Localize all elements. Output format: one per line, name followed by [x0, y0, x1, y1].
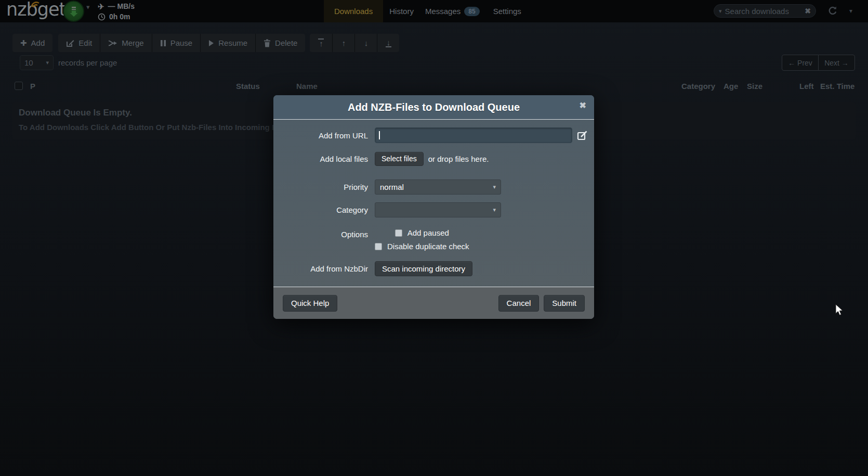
submit-button[interactable]: Submit [544, 295, 585, 312]
add-paused-label: Add paused [407, 228, 449, 237]
logo-wifi-arcs-icon [30, 1, 41, 8]
pause-button[interactable]: Pause [152, 34, 201, 52]
local-files-row: Add local files Select files or drop fil… [273, 150, 594, 167]
logo-download-button[interactable] [63, 1, 84, 22]
nav-item-messages[interactable]: Messages 85 [425, 0, 480, 22]
pause-icon [160, 40, 166, 47]
plus-icon: ✚ [20, 39, 27, 47]
refresh-button[interactable] [827, 6, 838, 16]
resume-button[interactable]: Resume [200, 34, 255, 52]
nav-item-history[interactable]: History [389, 0, 414, 22]
speed-value: — MB/s [108, 2, 135, 10]
add-nzb-dialog: Add NZB-Files to Download Queue ✖ Add fr… [273, 95, 594, 319]
col-est-time: Est. Time [820, 82, 854, 91]
navbar-dropdown-caret-icon[interactable]: ▾ [849, 7, 852, 15]
drop-files-hint: or drop files here. [428, 155, 489, 163]
quick-help-button[interactable]: Quick Help [283, 295, 337, 312]
col-age: Age [724, 82, 738, 91]
empty-queue-subtitle: To Add Downloads Click Add Button Or Put… [19, 123, 286, 132]
move-top-button[interactable]: ↑ [310, 34, 332, 52]
move-bottom-button[interactable]: ↓ [377, 34, 399, 52]
modal-header: Add NZB-Files to Download Queue ✖ [273, 95, 594, 120]
disable-dupe-option: Disable duplicate check [375, 242, 469, 251]
move-down-button[interactable]: ↓ [354, 34, 377, 52]
modal-title: Add NZB-Files to Download Queue [348, 101, 520, 113]
status-indicators: ✈ — MB/s 0h 0m [98, 1, 135, 22]
move-down-icon: ↓ [364, 39, 369, 47]
trash-icon [264, 39, 271, 47]
navbar: nzbget ▾ ✈ — MB/s 0h 0m Downloads His [0, 0, 868, 22]
select-files-button[interactable]: Select files [375, 152, 424, 166]
move-bottom-icon: ↓ [386, 38, 391, 47]
refresh-icon [827, 6, 838, 16]
delete-button[interactable]: Delete [255, 34, 305, 52]
search-box: ▾ ✖ [714, 4, 816, 18]
url-input[interactable] [375, 127, 572, 143]
records-per-page-label: records per page [58, 58, 117, 67]
options-row: Options Add paused Disable duplicate che… [273, 228, 594, 258]
nav-menu: Downloads History Messages 85 Settings [324, 0, 521, 22]
search-caret-icon[interactable]: ▾ [719, 8, 722, 15]
download-circle-icon [69, 6, 78, 17]
category-row: Category ▾ [273, 201, 594, 218]
move-up-icon: ↑ [342, 39, 346, 47]
logo-caret-icon[interactable]: ▾ [86, 3, 90, 11]
scan-directory-button[interactable]: Scan incoming directory [375, 261, 472, 276]
plane-icon: ✈ [98, 3, 104, 10]
nav-item-settings[interactable]: Settings [493, 0, 521, 22]
col-name: Name [296, 82, 318, 91]
col-category: Category [681, 82, 715, 91]
cancel-button[interactable]: Cancel [498, 295, 540, 312]
speed-indicator: ✈ — MB/s [98, 1, 135, 11]
merge-button[interactable]: Merge [100, 34, 152, 52]
move-up-button[interactable]: ↑ [332, 34, 354, 52]
priority-label: Priority [273, 183, 368, 191]
next-button[interactable]: Next → [818, 55, 855, 71]
modal-footer: Quick Help Cancel Submit [273, 287, 594, 319]
col-size: Size [747, 82, 762, 91]
edit-button[interactable]: Edit [58, 34, 100, 52]
pencil-square-icon [577, 130, 588, 141]
add-paused-option: Add paused [395, 228, 449, 237]
disable-dupe-label: Disable duplicate check [387, 242, 469, 251]
url-row: Add from URL [273, 126, 594, 144]
add-button[interactable]: ✚ Add [12, 34, 52, 52]
nzbdir-label: Add from NzbDir [273, 264, 368, 273]
disable-dupe-checkbox[interactable] [375, 243, 382, 250]
add-from-url-label: Add from URL [273, 131, 368, 140]
nzbdir-row: Add from NzbDir Scan incoming directory [273, 260, 594, 277]
table-header-row: P Status Name Category Age Size Left Est… [0, 82, 868, 93]
time-indicator: 0h 0m [98, 11, 135, 22]
time-value: 0h 0m [109, 12, 130, 21]
options-label: Options [273, 228, 368, 239]
edit-icon [66, 39, 74, 47]
move-top-icon: ↑ [318, 38, 324, 47]
search-clear-icon[interactable]: ✖ [805, 7, 811, 15]
text-cursor [379, 131, 380, 139]
category-label: Category [273, 205, 368, 214]
clock-icon [98, 13, 106, 21]
search-input[interactable] [725, 7, 802, 16]
prev-button[interactable]: ← Prev [782, 55, 819, 71]
empty-queue-title: Download Queue Is Empty. [19, 108, 132, 118]
add-paused-checkbox[interactable] [395, 229, 402, 237]
play-icon [208, 40, 214, 47]
col-status: Status [236, 82, 260, 91]
priority-row: Priority normal ▾ [273, 178, 594, 195]
mouse-cursor [835, 304, 844, 316]
select-all-checkbox[interactable] [15, 82, 23, 90]
col-left: Left [799, 82, 814, 91]
nav-item-downloads[interactable]: Downloads [324, 0, 383, 22]
page-size-select[interactable]: 10 ▾ [20, 55, 54, 70]
caret-down-icon: ▾ [46, 59, 49, 66]
pager: ← Prev Next → [782, 55, 855, 71]
messages-badge: 85 [464, 7, 479, 16]
col-priority: P [30, 82, 35, 91]
caret-down-icon: ▾ [493, 184, 496, 190]
category-select[interactable]: ▾ [375, 202, 501, 217]
edit-url-button[interactable] [577, 130, 588, 141]
add-local-files-label: Add local files [273, 155, 368, 163]
close-icon[interactable]: ✖ [580, 101, 586, 110]
caret-down-icon: ▾ [493, 207, 496, 213]
priority-select[interactable]: normal ▾ [375, 179, 501, 195]
